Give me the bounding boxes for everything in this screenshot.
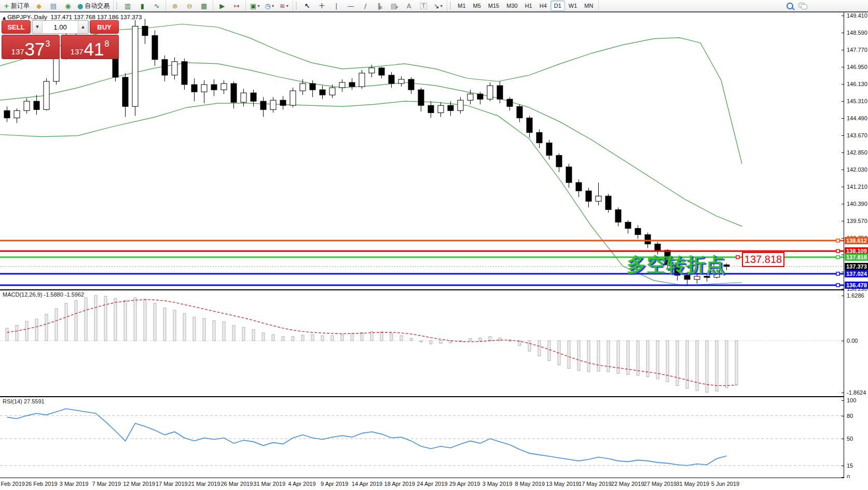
price-annotation-tag[interactable]: 137.818	[742, 252, 784, 267]
macd-histogram-bar	[587, 341, 590, 372]
macd-histogram-bar	[85, 298, 87, 341]
candle-body	[260, 101, 266, 109]
toolbar-group-scroll: ▶ ↦	[213, 0, 246, 11]
bar-chart-button[interactable]: ▥	[120, 0, 135, 11]
price-tick-label: 149.410	[847, 12, 867, 19]
new-order-button[interactable]: + 新订单	[2, 0, 32, 11]
line-chart-icon: ∿	[154, 3, 160, 9]
line-chart-button[interactable]: ∿	[149, 0, 164, 11]
macd-histogram-bar	[400, 335, 403, 341]
chat-icon[interactable]	[798, 3, 807, 9]
autotrading-button[interactable]: ● 自动交易	[75, 0, 112, 11]
macd-histogram-bar	[420, 341, 422, 342]
search-icon[interactable]	[787, 3, 793, 9]
timeframe-mn[interactable]: MN	[581, 1, 597, 11]
date-label: 27 May 2019	[644, 481, 677, 487]
price-tick-mark	[842, 50, 844, 50]
volume-increase-button[interactable]: ▲	[78, 21, 88, 33]
new-chart-button[interactable]: ▣▾	[247, 0, 262, 11]
timeframe-m1[interactable]: M1	[454, 1, 469, 11]
date-label: 31 Mar 2019	[253, 481, 285, 487]
macd-histogram-bar	[656, 341, 659, 379]
date-label: 17 Mar 2019	[156, 481, 188, 487]
timeframe-m5[interactable]: M5	[470, 1, 485, 11]
line-end-marker	[836, 284, 839, 287]
chart-shift-button[interactable]: ↦	[229, 0, 244, 11]
sell-price-prefix: 137	[11, 47, 24, 56]
macd-tick-mark	[842, 296, 844, 296]
auto-scroll-button[interactable]: ▶	[215, 0, 229, 11]
cursor-tool-button[interactable]: ↖	[300, 0, 314, 11]
toolbar-grip	[296, 2, 299, 9]
trendline-tool-button[interactable]: /	[358, 0, 373, 11]
date-label: 29 Apr 2019	[449, 481, 480, 487]
timeframe-d1[interactable]: D1	[550, 1, 565, 11]
macd-histogram-bar	[183, 314, 186, 341]
price-level-tag: 137.024	[845, 270, 868, 277]
macd-histogram-bar	[252, 330, 255, 341]
macd-histogram-bar	[577, 341, 580, 371]
periods-button[interactable]: ◷▾	[262, 0, 277, 11]
text-tool-button[interactable]: A	[402, 0, 416, 11]
timeframe-h4[interactable]: H4	[536, 1, 550, 11]
rsi-tick-label: 100	[847, 397, 856, 403]
rsi-tick-mark	[842, 416, 844, 416]
buy-button[interactable]: BUY	[90, 20, 119, 34]
vertical-line-tool-button[interactable]: |	[329, 0, 343, 11]
chart-annotation-text[interactable]: 多空转折点	[627, 252, 725, 278]
collapse-arrow-icon[interactable]: ▲	[3, 16, 6, 20]
candle-body	[536, 133, 542, 143]
tile-windows-button[interactable]: ▦	[197, 0, 211, 11]
macd-label: MACD(12,26,9) -1.5880 -1.5962	[3, 291, 84, 298]
price-chart-canvas[interactable]	[0, 12, 844, 289]
zoom-in-button[interactable]: ⊕	[168, 0, 182, 11]
signals-button[interactable]: ◉	[61, 0, 75, 11]
channel-tool-button[interactable]: ∥E	[373, 0, 387, 11]
timeframe-h1[interactable]: H1	[521, 1, 536, 11]
macd-panel-canvas[interactable]	[0, 290, 844, 396]
crosshair-tool-button[interactable]: +	[314, 0, 329, 11]
data-window-button[interactable]: ▤	[46, 0, 61, 11]
price-tick-label: 146.130	[847, 81, 867, 87]
text-label-icon: T	[420, 3, 427, 9]
price-tick-mark	[842, 67, 844, 67]
macd-histogram-bar	[725, 341, 728, 388]
price-tick-label: 140.390	[847, 201, 867, 207]
timeframe-m30[interactable]: M30	[503, 1, 521, 11]
indicators-icon: ≋	[280, 3, 285, 9]
macd-histogram-bar	[262, 333, 265, 341]
text-label-tool-button[interactable]: T	[416, 0, 431, 11]
price-tick-mark	[842, 152, 844, 153]
macd-tick-mark	[842, 393, 844, 393]
price-tick-mark	[842, 187, 844, 187]
candle-body	[14, 110, 20, 118]
sell-button[interactable]: SELL	[2, 20, 31, 34]
macd-histogram-bar	[124, 300, 127, 341]
rsi-panel-canvas[interactable]	[0, 397, 844, 478]
fibonacci-tool-button[interactable]: ▤F	[387, 0, 402, 11]
horizontal-line-tool-button[interactable]: —	[343, 0, 358, 11]
macd-histogram-bar	[282, 337, 284, 341]
toolbar-group-zoom: ⊕ ⊖ ▦	[166, 0, 213, 11]
candle-body	[477, 94, 483, 99]
rsi-line	[7, 409, 727, 466]
market-watch-icon: ◆	[36, 3, 42, 9]
macd-histogram-bar	[163, 308, 166, 341]
date-label: 3 Mar 2019	[60, 481, 89, 487]
price-tick-label: 142.850	[847, 149, 867, 156]
volume-decrease-button[interactable]: ▼	[32, 21, 43, 33]
arrows-tool-button[interactable]: ↘▾	[431, 0, 445, 11]
cursor-icon: ↖	[305, 3, 310, 9]
buy-price-box[interactable]: 137 41 8	[61, 35, 119, 59]
candlestick-chart-button[interactable]: ▮	[135, 0, 149, 11]
market-watch-button[interactable]: ◆	[32, 0, 46, 11]
timeframe-w1[interactable]: W1	[565, 1, 581, 11]
timeframe-m15[interactable]: M15	[485, 1, 503, 11]
sell-price-box[interactable]: 137 37 3	[2, 35, 60, 59]
zoom-out-button[interactable]: ⊖	[182, 0, 197, 11]
volume-input[interactable]: 1.00	[43, 21, 78, 33]
indicators-button[interactable]: ≋▾	[277, 0, 291, 11]
new-chart-icon: ▣	[250, 3, 256, 9]
macd-histogram-bar	[301, 335, 304, 341]
candle-body	[241, 93, 246, 102]
